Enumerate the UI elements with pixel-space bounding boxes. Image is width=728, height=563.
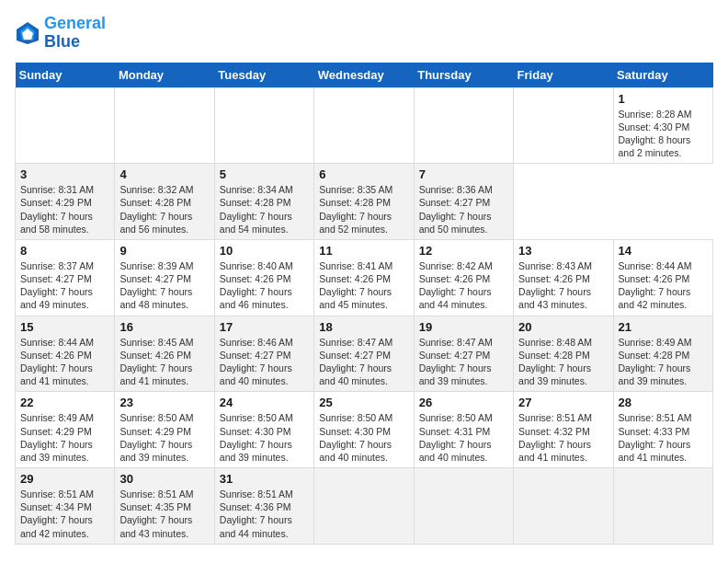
day-number: 8 bbox=[20, 244, 109, 258]
day-number: 12 bbox=[419, 244, 508, 258]
day-number: 14 bbox=[619, 244, 708, 258]
cell-text: Sunrise: 8:44 AMSunset: 4:26 PMDaylight:… bbox=[20, 337, 94, 387]
calendar-day-4: 4Sunrise: 8:32 AMSunset: 4:28 PMDaylight… bbox=[115, 164, 214, 240]
cell-text: Sunrise: 8:46 AMSunset: 4:27 PMDaylight:… bbox=[220, 337, 293, 387]
calendar-week-0: 1Sunrise: 8:28 AMSunset: 4:30 PMDaylight… bbox=[16, 87, 713, 164]
calendar-day-29: 29Sunrise: 8:51 AMSunset: 4:34 PMDayligh… bbox=[16, 468, 115, 545]
calendar-day-16: 16Sunrise: 8:45 AMSunset: 4:26 PMDayligh… bbox=[115, 316, 214, 392]
day-number: 30 bbox=[119, 472, 209, 486]
day-number: 7 bbox=[419, 167, 508, 181]
day-number: 3 bbox=[20, 167, 109, 181]
cell-text: Sunrise: 8:40 AMSunset: 4:26 PMDaylight:… bbox=[220, 260, 293, 311]
calendar-day-9: 9Sunrise: 8:39 AMSunset: 4:27 PMDaylight… bbox=[115, 239, 214, 316]
day-number: 18 bbox=[319, 320, 408, 334]
calendar-day-26: 26Sunrise: 8:50 AMSunset: 4:31 PMDayligh… bbox=[414, 392, 513, 468]
day-number: 21 bbox=[619, 320, 708, 334]
calendar-day-11: 11Sunrise: 8:41 AMSunset: 4:26 PMDayligh… bbox=[314, 239, 414, 316]
logo-text: General Blue bbox=[44, 15, 106, 52]
cell-text: Sunrise: 8:50 AMSunset: 4:31 PMDaylight:… bbox=[419, 412, 493, 463]
cell-text: Sunrise: 8:35 AMSunset: 4:28 PMDaylight:… bbox=[319, 184, 392, 235]
calendar-day-14: 14Sunrise: 8:44 AMSunset: 4:26 PMDayligh… bbox=[613, 239, 712, 316]
calendar-table: SundayMondayTuesdayWednesdayThursdayFrid… bbox=[15, 63, 713, 545]
day-number: 4 bbox=[119, 167, 209, 181]
day-number: 23 bbox=[119, 396, 209, 409]
calendar-day-21: 21Sunrise: 8:49 AMSunset: 4:28 PMDayligh… bbox=[613, 316, 712, 392]
calendar-day-30: 30Sunrise: 8:51 AMSunset: 4:35 PMDayligh… bbox=[115, 468, 214, 545]
cell-text: Sunrise: 8:32 AMSunset: 4:28 PMDaylight:… bbox=[119, 184, 193, 235]
cell-text: Sunrise: 8:51 AMSunset: 4:34 PMDaylight:… bbox=[20, 488, 94, 539]
cell-text: Sunrise: 8:39 AMSunset: 4:27 PMDaylight:… bbox=[119, 260, 193, 311]
calendar-day-24: 24Sunrise: 8:50 AMSunset: 4:30 PMDayligh… bbox=[214, 392, 313, 468]
day-number: 24 bbox=[220, 396, 309, 409]
day-number: 20 bbox=[518, 320, 608, 334]
calendar-day-19: 19Sunrise: 8:47 AMSunset: 4:27 PMDayligh… bbox=[414, 316, 513, 392]
day-number: 13 bbox=[518, 244, 608, 258]
calendar-empty-cell bbox=[414, 87, 513, 164]
calendar-week-5: 29Sunrise: 8:51 AMSunset: 4:34 PMDayligh… bbox=[16, 468, 713, 545]
day-number: 1 bbox=[619, 92, 708, 106]
calendar-week-1: 3Sunrise: 8:31 AMSunset: 4:29 PMDaylight… bbox=[16, 164, 713, 240]
calendar-header-wednesday: Wednesday bbox=[314, 63, 414, 88]
calendar-header-row: SundayMondayTuesdayWednesdayThursdayFrid… bbox=[16, 63, 713, 88]
cell-text: Sunrise: 8:48 AMSunset: 4:28 PMDaylight:… bbox=[518, 337, 592, 387]
calendar-header-monday: Monday bbox=[115, 63, 214, 88]
cell-text: Sunrise: 8:50 AMSunset: 4:29 PMDaylight:… bbox=[119, 412, 193, 463]
calendar-day-27: 27Sunrise: 8:51 AMSunset: 4:32 PMDayligh… bbox=[514, 392, 613, 468]
calendar-day-10: 10Sunrise: 8:40 AMSunset: 4:26 PMDayligh… bbox=[214, 239, 313, 316]
day-number: 9 bbox=[119, 244, 209, 258]
calendar-empty-cell bbox=[115, 87, 214, 164]
day-number: 11 bbox=[319, 244, 408, 258]
calendar-header-sunday: Sunday bbox=[16, 63, 115, 88]
page-header: General Blue bbox=[15, 15, 713, 52]
logo: General Blue bbox=[15, 15, 106, 52]
cell-text: Sunrise: 8:45 AMSunset: 4:26 PMDaylight:… bbox=[119, 337, 193, 387]
calendar-day-18: 18Sunrise: 8:47 AMSunset: 4:27 PMDayligh… bbox=[314, 316, 414, 392]
cell-text: Sunrise: 8:43 AMSunset: 4:26 PMDaylight:… bbox=[518, 260, 592, 311]
calendar-day-7: 7Sunrise: 8:36 AMSunset: 4:27 PMDaylight… bbox=[414, 164, 513, 240]
calendar-day-25: 25Sunrise: 8:50 AMSunset: 4:30 PMDayligh… bbox=[314, 392, 414, 468]
cell-text: Sunrise: 8:51 AMSunset: 4:36 PMDaylight:… bbox=[220, 488, 293, 539]
calendar-empty-cell bbox=[16, 87, 115, 164]
calendar-day-12: 12Sunrise: 8:42 AMSunset: 4:26 PMDayligh… bbox=[414, 239, 513, 316]
calendar-week-4: 22Sunrise: 8:49 AMSunset: 4:29 PMDayligh… bbox=[16, 392, 713, 468]
calendar-empty-cell bbox=[414, 468, 513, 545]
calendar-day-8: 8Sunrise: 8:37 AMSunset: 4:27 PMDaylight… bbox=[16, 239, 115, 316]
day-number: 25 bbox=[319, 396, 408, 409]
calendar-day-15: 15Sunrise: 8:44 AMSunset: 4:26 PMDayligh… bbox=[16, 316, 115, 392]
cell-text: Sunrise: 8:50 AMSunset: 4:30 PMDaylight:… bbox=[220, 412, 293, 463]
day-number: 27 bbox=[518, 396, 608, 409]
calendar-day-31: 31Sunrise: 8:51 AMSunset: 4:36 PMDayligh… bbox=[214, 468, 313, 545]
calendar-day-23: 23Sunrise: 8:50 AMSunset: 4:29 PMDayligh… bbox=[115, 392, 214, 468]
day-number: 17 bbox=[220, 320, 309, 334]
cell-text: Sunrise: 8:36 AMSunset: 4:27 PMDaylight:… bbox=[419, 184, 493, 235]
calendar-header-friday: Friday bbox=[514, 63, 613, 88]
calendar-week-3: 15Sunrise: 8:44 AMSunset: 4:26 PMDayligh… bbox=[16, 316, 713, 392]
cell-text: Sunrise: 8:41 AMSunset: 4:26 PMDaylight:… bbox=[319, 260, 392, 311]
calendar-header-tuesday: Tuesday bbox=[214, 63, 313, 88]
day-number: 6 bbox=[319, 167, 408, 181]
cell-text: Sunrise: 8:37 AMSunset: 4:27 PMDaylight:… bbox=[20, 260, 94, 311]
cell-text: Sunrise: 8:42 AMSunset: 4:26 PMDaylight:… bbox=[419, 260, 493, 311]
cell-text: Sunrise: 8:51 AMSunset: 4:33 PMDaylight:… bbox=[619, 412, 692, 463]
cell-text: Sunrise: 8:47 AMSunset: 4:27 PMDaylight:… bbox=[319, 337, 392, 387]
day-number: 22 bbox=[20, 396, 109, 409]
calendar-day-6: 6Sunrise: 8:35 AMSunset: 4:28 PMDaylight… bbox=[314, 164, 414, 240]
calendar-header-saturday: Saturday bbox=[613, 63, 712, 88]
calendar-empty-cell bbox=[314, 468, 414, 545]
calendar-day-3: 3Sunrise: 8:31 AMSunset: 4:29 PMDaylight… bbox=[16, 164, 115, 240]
day-number: 26 bbox=[419, 396, 508, 409]
day-number: 19 bbox=[419, 320, 508, 334]
day-number: 31 bbox=[220, 472, 309, 486]
calendar-empty-cell bbox=[514, 468, 613, 545]
cell-text: Sunrise: 8:28 AMSunset: 4:30 PMDaylight:… bbox=[619, 109, 692, 159]
cell-text: Sunrise: 8:44 AMSunset: 4:26 PMDaylight:… bbox=[619, 260, 692, 311]
cell-text: Sunrise: 8:49 AMSunset: 4:28 PMDaylight:… bbox=[619, 337, 692, 387]
calendar-header-thursday: Thursday bbox=[414, 63, 513, 88]
cell-text: Sunrise: 8:50 AMSunset: 4:30 PMDaylight:… bbox=[319, 412, 392, 463]
calendar-empty-cell bbox=[214, 87, 313, 164]
logo-icon bbox=[15, 20, 40, 46]
day-number: 15 bbox=[20, 320, 109, 334]
calendar-empty-cell bbox=[613, 468, 712, 545]
cell-text: Sunrise: 8:47 AMSunset: 4:27 PMDaylight:… bbox=[419, 337, 493, 387]
calendar-day-5: 5Sunrise: 8:34 AMSunset: 4:28 PMDaylight… bbox=[214, 164, 313, 240]
